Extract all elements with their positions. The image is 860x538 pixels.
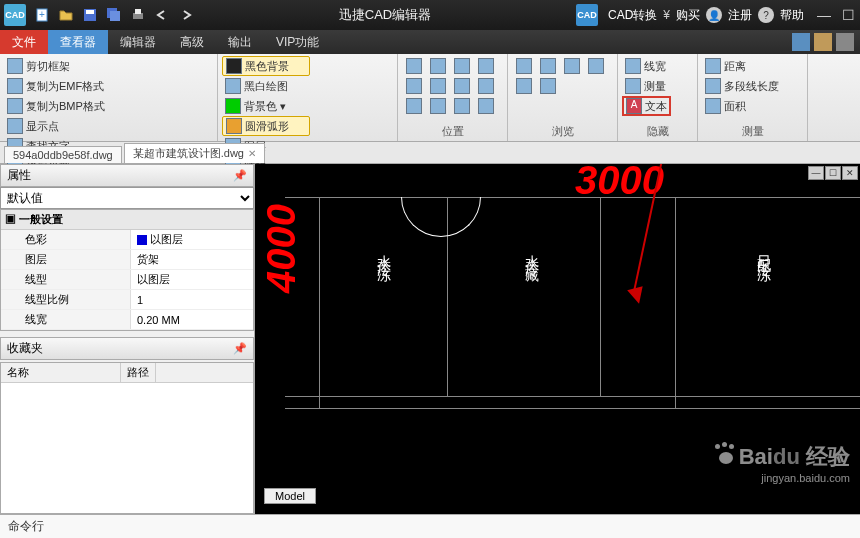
tab-file[interactable]: 文件 [0, 30, 48, 54]
tab-output[interactable]: 输出 [216, 30, 264, 54]
browse-icon-5[interactable] [512, 76, 536, 96]
command-line[interactable]: 命令行 [0, 514, 860, 538]
ribbon: 剪切框架 复制为EMF格式 复制为BMP格式 显示点 查找文字 修剪光栅 工具 … [0, 54, 860, 142]
tab-advanced[interactable]: 高级 [168, 30, 216, 54]
cad-convert-link[interactable]: CAD转换 [608, 7, 657, 24]
tab-vip[interactable]: VIP功能 [264, 30, 331, 54]
pos-icon-1[interactable] [402, 56, 426, 76]
cad-badge-icon: CAD [576, 4, 598, 26]
color-swatch-icon [137, 235, 147, 245]
svg-rect-3 [86, 10, 94, 14]
pos-icon-10[interactable] [426, 96, 450, 116]
titlebar: CAD + 迅捷CAD编辑器 CAD CAD转换 ¥ 购买 👤 注册 ? 帮助 … [0, 0, 860, 30]
label-daily-frozen: 日配冷冻 [755, 244, 773, 260]
pos-icon-8[interactable] [474, 76, 498, 96]
pin-icon[interactable]: 📌 [233, 342, 247, 355]
pos-icon-9[interactable] [402, 96, 426, 116]
copy-emf-button[interactable]: 复制为EMF格式 [4, 76, 116, 96]
favorites-list[interactable]: 名称 路径 [0, 362, 254, 514]
save-all-icon[interactable] [103, 4, 125, 26]
file-tabs: 594a0ddb9e58f.dwg 某超市建筑设计图.dwg✕ [0, 142, 860, 164]
browse-icon-4[interactable] [584, 56, 608, 76]
text-toggle[interactable]: A文本 [622, 96, 671, 116]
area-button[interactable]: 面积 [702, 96, 782, 116]
minimize-button[interactable]: — [812, 3, 836, 27]
lineweight-button[interactable]: 线宽 [622, 56, 671, 76]
default-combo[interactable]: 默认值 [0, 187, 254, 209]
pin-icon[interactable]: 📌 [233, 169, 247, 182]
close-icon[interactable]: ✕ [248, 148, 256, 159]
bw-draw-button[interactable]: 黑白绘图 [222, 76, 310, 96]
favorites-panel-header: 收藏夹 📌 [0, 337, 254, 360]
pos-icon-7[interactable] [450, 76, 474, 96]
label-chilled: 水产冷藏 [523, 244, 541, 260]
browse-icon-6[interactable] [536, 76, 560, 96]
bg-color-button[interactable]: 背景色▾ [222, 96, 310, 116]
annotation-arrow-head [627, 286, 647, 306]
label-frozen-1: 水产冷冻 [375, 244, 393, 260]
open-file-icon[interactable] [55, 4, 77, 26]
model-tab[interactable]: Model [264, 488, 316, 504]
pos-icon-5[interactable] [402, 76, 426, 96]
pos-icon-12[interactable] [474, 96, 498, 116]
help-icon[interactable]: ? [758, 7, 774, 23]
pos-icon-3[interactable] [450, 56, 474, 76]
user-icon[interactable]: 👤 [706, 7, 722, 23]
svg-rect-5 [110, 11, 120, 21]
group-hide-label: 隐藏 [622, 122, 693, 139]
canvas-close-button[interactable]: ✕ [842, 166, 858, 180]
svg-rect-7 [135, 9, 141, 14]
black-bg-toggle[interactable]: 黑色背景 [222, 56, 310, 76]
cut-frame-button[interactable]: 剪切框架 [4, 56, 116, 76]
ribbon-icon-1[interactable] [792, 33, 810, 51]
file-tab-1[interactable]: 594a0ddb9e58f.dwg [4, 146, 122, 163]
ribbon-icon-3[interactable] [836, 33, 854, 51]
save-icon[interactable] [79, 4, 101, 26]
browse-icon-3[interactable] [560, 56, 584, 76]
redo-icon[interactable] [175, 4, 197, 26]
group-browse-label: 浏览 [512, 122, 613, 139]
undo-icon[interactable] [151, 4, 173, 26]
browse-icon-2[interactable] [536, 56, 560, 76]
svg-text:+: + [39, 9, 45, 20]
new-file-icon[interactable]: + [31, 4, 53, 26]
pos-icon-11[interactable] [450, 96, 474, 116]
copy-bmp-button[interactable]: 复制为BMP格式 [4, 96, 116, 116]
show-points-button[interactable]: 显示点 [4, 116, 104, 136]
prop-section[interactable]: ▣ 一般设置 [1, 210, 253, 230]
canvas-minimize-button[interactable]: — [808, 166, 824, 180]
menubar: 文件 查看器 编辑器 高级 输出 VIP功能 [0, 30, 860, 54]
arc-shape [401, 197, 481, 237]
ribbon-icon-2[interactable] [814, 33, 832, 51]
file-tab-2[interactable]: 某超市建筑设计图.dwg✕ [124, 143, 265, 163]
canvas-maximize-button[interactable]: ☐ [825, 166, 841, 180]
polyline-len-button[interactable]: 多段线长度 [702, 76, 782, 96]
property-grid[interactable]: ▣ 一般设置 色彩以图层 图层货架 线型以图层 线型比例1 线宽0.20 MM [0, 209, 254, 331]
drawing-canvas[interactable]: — ☐ ✕ 3000 6000 4000 水产冷冻 水产冷藏 日配冷冻 Baid… [255, 164, 860, 514]
arc-toggle[interactable]: 圆滑弧形 [222, 116, 310, 136]
fav-col-path[interactable]: 路径 [121, 363, 156, 382]
pos-icon-2[interactable] [426, 56, 450, 76]
pos-icon-6[interactable] [426, 76, 450, 96]
group-pos-label: 位置 [402, 122, 503, 139]
app-logo-icon: CAD [4, 4, 26, 26]
dim-4000: 4000 [259, 204, 304, 293]
group-measure-label: 测量 [702, 122, 803, 139]
watermark: Baidu 经验 jingyan.baidu.com [713, 442, 850, 484]
tab-editor[interactable]: 编辑器 [108, 30, 168, 54]
distance-button[interactable]: 距离 [702, 56, 782, 76]
pos-icon-4[interactable] [474, 56, 498, 76]
properties-panel-header: 属性 📌 [0, 164, 254, 187]
print-icon[interactable] [127, 4, 149, 26]
tab-viewer[interactable]: 查看器 [48, 30, 108, 54]
fav-col-name[interactable]: 名称 [1, 363, 121, 382]
buy-link[interactable]: 购买 [676, 7, 700, 24]
left-panel: 属性 📌 默认值 ▣ 一般设置 色彩以图层 图层货架 线型以图层 线型比例1 线… [0, 164, 255, 514]
help-link[interactable]: 帮助 [780, 7, 804, 24]
dim-3000: 3000 [575, 164, 664, 203]
register-link[interactable]: 注册 [728, 7, 752, 24]
maximize-button[interactable]: ☐ [836, 3, 860, 27]
measure-toggle[interactable]: 测量 [622, 76, 671, 96]
browse-icon-1[interactable] [512, 56, 536, 76]
app-title: 迅捷CAD编辑器 [198, 6, 572, 24]
